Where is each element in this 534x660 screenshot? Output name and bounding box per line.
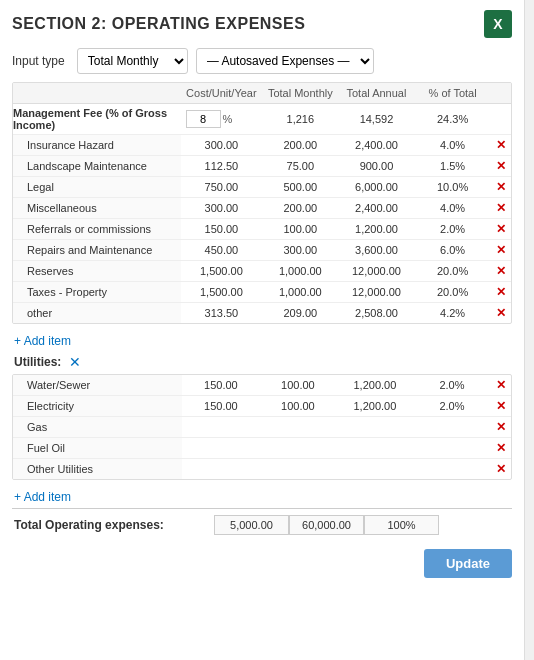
row-pct: 2.0% <box>413 396 490 417</box>
utilities-collapse-icon[interactable]: ✕ <box>69 354 81 370</box>
row-annual: 1,200.00 <box>336 396 413 417</box>
row-annual: 1,200.00 <box>338 219 414 240</box>
excel-export-icon[interactable]: X <box>484 10 512 38</box>
row-monthly: 500.00 <box>262 177 338 198</box>
row-cost: 313.50 <box>181 303 263 324</box>
table-row: Insurance Hazard 300.00 200.00 2,400.00 … <box>13 135 511 156</box>
row-label: Electricity <box>13 396 182 417</box>
table-row: Water/Sewer 150.00 100.00 1,200.00 2.0% … <box>13 375 511 396</box>
total-annual-value: 60,000.00 <box>289 515 364 535</box>
row-monthly: 209.00 <box>262 303 338 324</box>
row-pct: 6.0% <box>415 240 491 261</box>
table-row: Referrals or commissions 150.00 100.00 1… <box>13 219 511 240</box>
row-cost: 750.00 <box>181 177 263 198</box>
table-row: Other Utilities ✕ <box>13 459 511 480</box>
row-pct: 4.0% <box>415 198 491 219</box>
delete-row-button[interactable]: ✕ <box>496 462 506 476</box>
row-annual: 900.00 <box>338 156 414 177</box>
delete-row-button[interactable]: ✕ <box>496 306 506 320</box>
management-fee-annual: 14,592 <box>338 104 414 135</box>
row-cost <box>182 417 259 438</box>
col-header-annual: Total Annual <box>338 83 414 104</box>
row-cost: 300.00 <box>181 135 263 156</box>
col-header-pct: % of Total <box>415 83 491 104</box>
row-annual: 2,400.00 <box>338 198 414 219</box>
utilities-section-header: Utilities: ✕ <box>12 350 512 374</box>
delete-row-button[interactable]: ✕ <box>496 378 506 392</box>
row-pct <box>413 417 490 438</box>
row-annual: 1,200.00 <box>336 375 413 396</box>
col-header-name <box>13 83 181 104</box>
table-row: Taxes - Property 1,500.00 1,000.00 12,00… <box>13 282 511 303</box>
delete-row-button[interactable]: ✕ <box>496 399 506 413</box>
row-monthly: 1,000.00 <box>262 282 338 303</box>
total-monthly-value: 5,000.00 <box>214 515 289 535</box>
row-label: Reserves <box>13 261 181 282</box>
management-fee-input[interactable] <box>186 110 221 128</box>
row-label: Insurance Hazard <box>13 135 181 156</box>
row-annual <box>336 459 413 480</box>
row-monthly: 200.00 <box>262 198 338 219</box>
management-fee-row: Management Fee (% of Gross Income) % 1,2… <box>13 104 511 135</box>
add-item-link[interactable]: + Add item <box>12 330 71 350</box>
row-cost <box>182 459 259 480</box>
row-cost: 112.50 <box>181 156 263 177</box>
total-label: Total Operating expenses: <box>14 518 214 532</box>
row-cost: 1,500.00 <box>181 261 263 282</box>
add-item-utilities-link[interactable]: + Add item <box>12 486 71 506</box>
update-button[interactable]: Update <box>424 549 512 578</box>
table-row: Miscellaneous 300.00 200.00 2,400.00 4.0… <box>13 198 511 219</box>
row-cost: 150.00 <box>181 219 263 240</box>
delete-row-button[interactable]: ✕ <box>496 138 506 152</box>
row-pct: 4.0% <box>415 135 491 156</box>
delete-row-button[interactable]: ✕ <box>496 180 506 194</box>
row-pct: 4.2% <box>415 303 491 324</box>
input-type-select[interactable]: Total Monthly Total Annual Cost/Unit/Yea… <box>77 48 188 74</box>
row-label: Fuel Oil <box>13 438 182 459</box>
delete-row-button[interactable]: ✕ <box>496 159 506 173</box>
total-pct-value: 100% <box>364 515 439 535</box>
row-monthly <box>259 459 336 480</box>
row-pct: 20.0% <box>415 261 491 282</box>
table-row: Fuel Oil ✕ <box>13 438 511 459</box>
row-annual <box>336 417 413 438</box>
col-header-monthly: Total Monthly <box>262 83 338 104</box>
row-label: Repairs and Maintenance <box>13 240 181 261</box>
row-monthly: 75.00 <box>262 156 338 177</box>
management-fee-input-cell[interactable]: % <box>181 104 263 135</box>
row-cost: 150.00 <box>182 396 259 417</box>
row-monthly: 100.00 <box>259 375 336 396</box>
delete-row-button[interactable]: ✕ <box>496 264 506 278</box>
row-label: Taxes - Property <box>13 282 181 303</box>
row-cost: 450.00 <box>181 240 263 261</box>
col-header-action <box>491 83 511 104</box>
autosaved-expenses-select[interactable]: — Autosaved Expenses — <box>196 48 374 74</box>
delete-row-button[interactable]: ✕ <box>496 243 506 257</box>
scrollbar[interactable] <box>524 0 534 660</box>
delete-row-button[interactable]: ✕ <box>496 285 506 299</box>
delete-row-button[interactable]: ✕ <box>496 201 506 215</box>
table-row: Landscape Maintenance 112.50 75.00 900.0… <box>13 156 511 177</box>
table-row: Legal 750.00 500.00 6,000.00 10.0% ✕ <box>13 177 511 198</box>
expenses-table: Cost/Unit/Year Total Monthly Total Annua… <box>12 82 512 324</box>
row-cost: 1,500.00 <box>181 282 263 303</box>
row-label: Landscape Maintenance <box>13 156 181 177</box>
row-annual: 12,000.00 <box>338 282 414 303</box>
row-label: Referrals or commissions <box>13 219 181 240</box>
total-row: Total Operating expenses: 5,000.00 60,00… <box>12 508 512 541</box>
input-type-label: Input type <box>12 54 65 68</box>
row-label: Gas <box>13 417 182 438</box>
row-monthly: 100.00 <box>262 219 338 240</box>
row-cost: 150.00 <box>182 375 259 396</box>
management-fee-label: Management Fee (% of Gross Income) <box>13 104 181 135</box>
row-annual: 12,000.00 <box>338 261 414 282</box>
row-pct: 20.0% <box>415 282 491 303</box>
delete-row-button[interactable]: ✕ <box>496 222 506 236</box>
table-row: Repairs and Maintenance 450.00 300.00 3,… <box>13 240 511 261</box>
table-row: Reserves 1,500.00 1,000.00 12,000.00 20.… <box>13 261 511 282</box>
delete-row-button[interactable]: ✕ <box>496 441 506 455</box>
row-label: Water/Sewer <box>13 375 182 396</box>
row-pct: 10.0% <box>415 177 491 198</box>
utilities-label: Utilities: <box>14 355 61 369</box>
delete-row-button[interactable]: ✕ <box>496 420 506 434</box>
